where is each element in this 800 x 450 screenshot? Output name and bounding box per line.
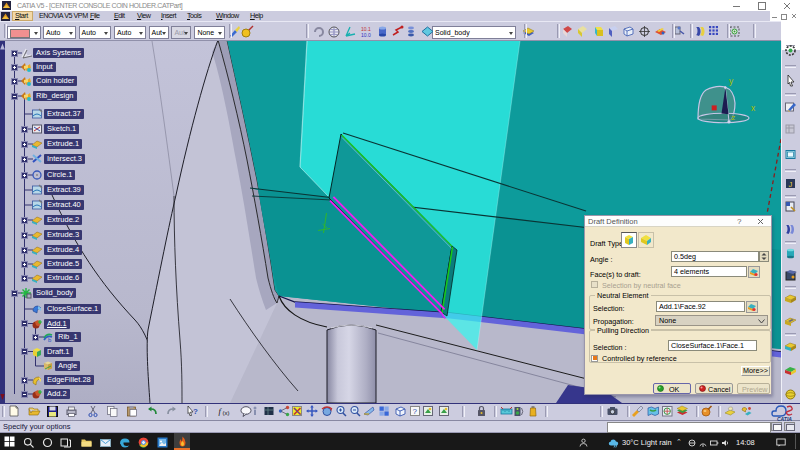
svg-text:CATIA: CATIA bbox=[777, 416, 792, 422]
svg-text:b: b bbox=[48, 337, 52, 343]
svg-text:J: J bbox=[789, 179, 793, 188]
svg-text:z: z bbox=[732, 113, 736, 122]
svg-text:10.0: 10.0 bbox=[361, 32, 371, 38]
